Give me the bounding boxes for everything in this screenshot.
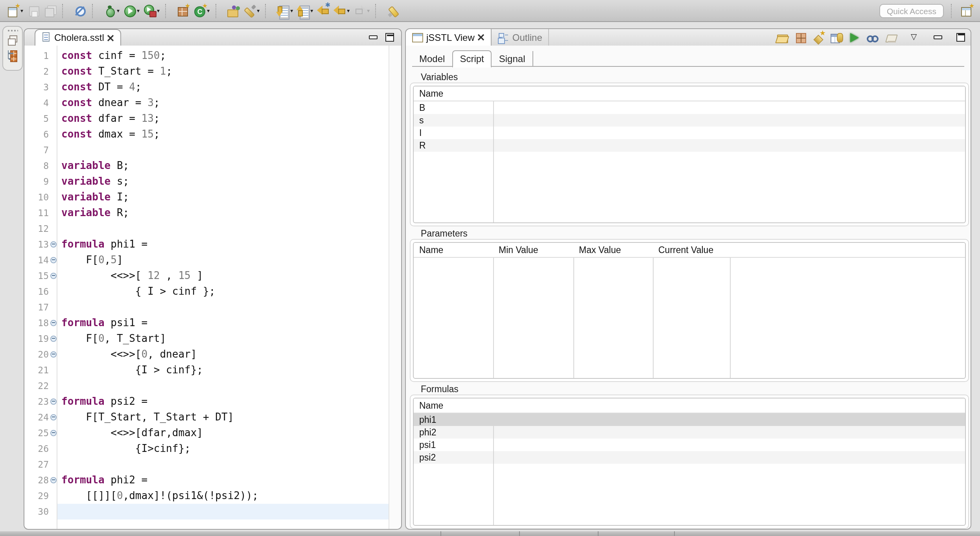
table-row[interactable]: phi2 (414, 426, 965, 439)
code-line[interactable]: 3const DT = 4; (24, 79, 389, 95)
formulas-table[interactable]: Namephi1phi2psi1psi2 (413, 398, 966, 526)
run-external-button[interactable]: ▾ (143, 4, 160, 18)
table-row[interactable]: R (414, 139, 965, 152)
minimize-icon[interactable] (933, 31, 943, 44)
quick-access-box[interactable]: Quick Access (879, 4, 944, 18)
code-line[interactable]: 16 { I > cinf }; (24, 284, 389, 299)
wizard-button[interactable] (812, 30, 826, 44)
code-line[interactable]: 17 (24, 299, 389, 315)
code-line[interactable]: 21 {I > cinf}; (24, 362, 389, 378)
dropdown-arrow-icon[interactable]: ▾ (310, 7, 313, 14)
run-button[interactable]: ▾ (123, 4, 140, 18)
restore-views-icon[interactable] (6, 35, 19, 47)
fold-collapse-icon[interactable] (50, 414, 56, 420)
watch-button[interactable] (866, 30, 880, 44)
table-row[interactable]: phi1 (414, 413, 965, 426)
table-db-button[interactable] (830, 30, 844, 44)
fold-collapse-icon[interactable] (50, 257, 56, 263)
rail-drag-handle-icon[interactable] (7, 29, 18, 32)
code-line[interactable]: 20 <<>>[0, dnear] (24, 347, 389, 362)
code-line[interactable]: 19 F[0, T_Start] (24, 331, 389, 347)
dropdown-arrow-icon[interactable]: ▾ (367, 7, 370, 14)
view-tab-outline[interactable]: Outline (492, 29, 549, 46)
code-editor[interactable]: 1const cinf = 150;2const T_Start = 1;3co… (24, 46, 401, 529)
parameters-table[interactable]: NameMin ValueMax ValueCurrent Value (413, 242, 966, 379)
dropdown-arrow-icon[interactable]: ▾ (157, 7, 160, 14)
code-line[interactable]: 9variable s; (24, 174, 389, 189)
fold-collapse-icon[interactable] (50, 272, 56, 279)
editor-tab-cholera[interactable]: Cholera.sstl (35, 29, 122, 46)
code-line[interactable]: 18formula psi1 = (24, 315, 389, 331)
fold-collapse-icon[interactable] (50, 398, 56, 404)
code-line[interactable]: 4const dnear = 3; (24, 95, 389, 111)
dropdown-arrow-icon[interactable]: ▾ (290, 7, 293, 14)
minimize-icon[interactable] (368, 31, 378, 44)
code-line[interactable]: 29 [[]][0,dmax]!(psi1&(!psi2)); (24, 488, 389, 504)
dropdown-arrow-icon[interactable]: ▾ (347, 7, 350, 14)
code-line[interactable]: 5const dfar = 13; (24, 111, 389, 127)
prev-annotation-button[interactable]: ▾ (296, 4, 314, 18)
skip-breakpoints-button[interactable] (73, 4, 87, 18)
column-divider[interactable] (573, 243, 574, 378)
fold-collapse-icon[interactable] (50, 241, 56, 247)
code-line[interactable]: 1const cinf = 150; (24, 48, 389, 64)
code-line[interactable]: 6const dmax = 15; (24, 127, 389, 142)
new-project-button[interactable] (176, 4, 190, 18)
fold-collapse-icon[interactable] (50, 351, 56, 357)
code-line[interactable]: 13formula phi1 = (24, 237, 389, 252)
dropdown-arrow-icon[interactable]: ▾ (257, 7, 260, 14)
code-line[interactable]: 26 {I>cinf}; (24, 441, 389, 457)
back-button[interactable]: ▾ (333, 4, 350, 18)
dropdown-arrow-icon[interactable]: ▾ (117, 7, 120, 14)
tab-script[interactable]: Script (452, 50, 492, 67)
fold-collapse-icon[interactable] (50, 477, 56, 483)
new-class-button[interactable]: ▾ (193, 4, 210, 18)
code-line[interactable]: 8variable B; (24, 158, 389, 174)
debug-button[interactable]: ▾ (103, 4, 120, 18)
column-divider[interactable] (493, 86, 494, 222)
open-type-button[interactable] (226, 4, 240, 18)
code-line[interactable]: 22 (24, 378, 389, 394)
project-explorer-icon[interactable] (6, 50, 19, 62)
code-line[interactable]: 30 (24, 504, 389, 519)
table-row[interactable]: B (414, 101, 965, 114)
code-line[interactable]: 24 F[T_Start, T_Start + DT] (24, 409, 389, 425)
new-wizard-button[interactable]: ▾ (6, 4, 24, 18)
clear-button[interactable] (884, 30, 898, 44)
next-annotation-button[interactable]: ▾ (276, 4, 294, 18)
column-divider[interactable] (493, 243, 494, 378)
search-button[interactable]: ▾ (243, 4, 260, 18)
code-line[interactable]: 14 F[0,5] (24, 252, 389, 268)
mark-occurrences-button[interactable] (386, 4, 400, 18)
code-line[interactable]: 15 <<>>[ 12 , 15 ] (24, 268, 389, 284)
code-line[interactable]: 7 (24, 142, 389, 158)
open-folder-button[interactable] (776, 30, 790, 44)
editor-scrollbar[interactable] (389, 46, 401, 529)
fold-collapse-icon[interactable] (50, 430, 56, 436)
code-line[interactable]: 27 (24, 457, 389, 472)
close-icon[interactable] (478, 34, 485, 41)
table-row[interactable]: s (414, 114, 965, 127)
code-line[interactable]: 25 <<>>[dfar,dmax] (24, 425, 389, 441)
fold-collapse-icon[interactable] (50, 335, 56, 341)
last-edit-location-button[interactable] (316, 4, 330, 18)
column-divider[interactable] (730, 243, 731, 378)
close-icon[interactable] (107, 34, 114, 41)
view-menu-icon[interactable] (911, 31, 920, 44)
code-line[interactable]: 28formula phi2 = (24, 472, 389, 488)
fold-collapse-icon[interactable] (50, 319, 56, 326)
table-row[interactable]: I (414, 127, 965, 139)
run-flat-button[interactable] (848, 30, 862, 44)
maximize-icon[interactable] (956, 31, 966, 44)
maximize-icon[interactable] (385, 31, 395, 44)
dropdown-arrow-icon[interactable]: ▾ (137, 7, 140, 14)
dropdown-arrow-icon[interactable]: ▾ (20, 7, 23, 14)
code-line[interactable]: 12 (24, 221, 389, 237)
tab-signal[interactable]: Signal (492, 51, 533, 67)
view-tab-jsstl[interactable]: jSSTL View (406, 29, 492, 46)
table-row[interactable]: psi1 (414, 439, 965, 451)
code-line[interactable]: 2const T_Start = 1; (24, 64, 389, 79)
code-line[interactable]: 10variable I; (24, 189, 389, 205)
column-divider[interactable] (653, 243, 654, 378)
variables-table[interactable]: NameBsIR (413, 86, 966, 223)
